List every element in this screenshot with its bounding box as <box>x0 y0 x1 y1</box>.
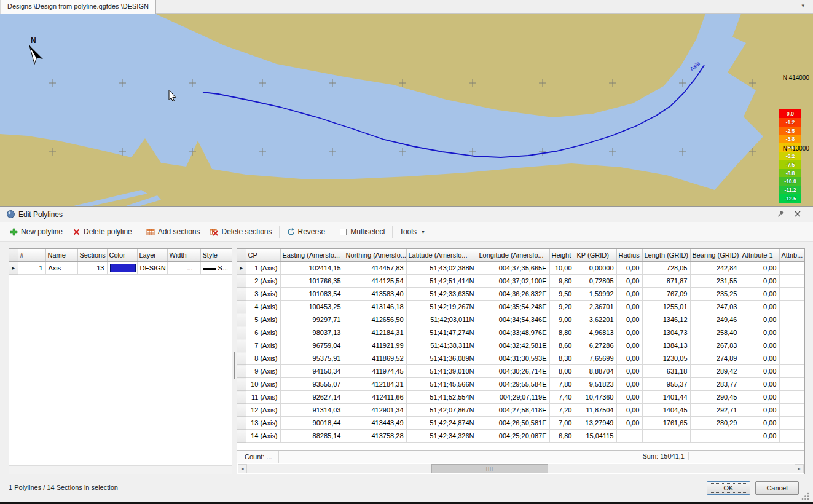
cell[interactable]: 0,00 <box>616 417 642 430</box>
cell[interactable]: 0,00 <box>740 339 779 352</box>
section-row[interactable]: 2 (Axis)101766,35414125,5451;42;51,414N0… <box>237 275 805 288</box>
cell[interactable]: 100453,25 <box>280 301 344 313</box>
dialog-title-bar[interactable]: Edit Polylines <box>0 207 813 222</box>
cell[interactable]: 7,65699 <box>575 352 616 365</box>
cell[interactable] <box>779 430 805 443</box>
cell[interactable]: 8,80 <box>549 326 575 339</box>
cell[interactable]: 3,62201 <box>575 313 616 326</box>
cell[interactable]: 0,00 <box>740 417 779 430</box>
polyline-row[interactable]: ► 1 Axis 13 DESIGN ... S... <box>9 262 232 275</box>
cell[interactable] <box>779 404 805 417</box>
cell[interactable]: 9,51823 <box>575 378 616 391</box>
cell[interactable]: 0,00 <box>740 391 779 404</box>
multiselect-toggle[interactable]: Multiselect <box>334 225 390 238</box>
cell[interactable] <box>779 365 805 378</box>
cell[interactable]: 51;41;39,010N <box>406 365 477 378</box>
cell[interactable] <box>779 378 805 391</box>
cell[interactable]: 94150,34 <box>280 365 344 378</box>
cell[interactable]: 8,88704 <box>575 365 616 378</box>
cell[interactable]: 9,20 <box>549 301 575 313</box>
row-selector[interactable] <box>237 417 246 430</box>
cell[interactable]: 99297,71 <box>280 313 344 326</box>
cell[interactable]: 767,09 <box>642 288 690 301</box>
cell[interactable]: 1304,73 <box>642 326 690 339</box>
color-swatch[interactable] <box>110 264 136 272</box>
cell[interactable]: 51;41;47,274N <box>406 326 477 339</box>
cell[interactable]: 6 (Axis) <box>246 326 280 339</box>
column-header[interactable]: Height <box>549 249 575 262</box>
cell[interactable]: 0,00000 <box>575 262 616 275</box>
add-sections-button[interactable]: Add sections <box>141 225 205 238</box>
row-selector[interactable] <box>237 391 246 404</box>
cell[interactable]: 92627,14 <box>280 391 344 404</box>
resize-grip[interactable] <box>800 490 811 502</box>
column-header[interactable]: Attrib... <box>779 249 805 262</box>
cell[interactable]: 90018,44 <box>280 417 344 430</box>
cell[interactable]: 1384,13 <box>642 339 690 352</box>
column-header[interactable]: Easting (Amersfo... <box>280 249 344 262</box>
cell[interactable]: 7,80 <box>549 378 575 391</box>
column-header[interactable]: Color <box>107 249 137 262</box>
design-document-tab[interactable]: Designs \Design from polyline.qgfdes \DE… <box>0 0 156 14</box>
cell[interactable]: 242,84 <box>690 262 740 275</box>
section-row[interactable]: 14 (Axis)88285,14413758,2851;42;34,326N0… <box>237 430 805 443</box>
cell[interactable]: 51;42;34,326N <box>406 430 477 443</box>
cell[interactable]: 0,00 <box>616 288 642 301</box>
section-row[interactable]: 9 (Axis)94150,34411974,4551;41;39,010N00… <box>237 365 805 378</box>
cell[interactable]: 004;37;02,100E <box>477 275 549 288</box>
cell[interactable] <box>779 339 805 352</box>
cell[interactable]: 004;25;20,087E <box>477 430 549 443</box>
cell[interactable]: 1230,05 <box>642 352 690 365</box>
column-header[interactable]: CP <box>246 249 280 262</box>
row-selector[interactable] <box>237 378 246 391</box>
section-row[interactable]: 7 (Axis)96759,04411921,9951;41;38,311N00… <box>237 339 805 352</box>
cell[interactable]: 0,00 <box>616 275 642 288</box>
close-icon[interactable] <box>792 210 803 219</box>
column-header[interactable]: Style <box>200 249 232 262</box>
cell[interactable]: 0,00 <box>740 404 779 417</box>
section-row[interactable]: 13 (Axis)90018,44413443,4951;42;24,874N0… <box>237 417 805 430</box>
cell[interactable]: 267,83 <box>690 339 740 352</box>
row-selector[interactable] <box>237 301 246 313</box>
cell[interactable]: 249,46 <box>690 313 740 326</box>
cell[interactable]: 2 (Axis) <box>246 275 280 288</box>
cell[interactable]: 0,00 <box>616 339 642 352</box>
section-row[interactable]: 12 (Axis)91314,03412901,3451;42;07,867N0… <box>237 404 805 417</box>
cell[interactable]: 7,00 <box>549 417 575 430</box>
cell[interactable]: 12 (Axis) <box>246 404 280 417</box>
delete-sections-button[interactable]: Delete sections <box>205 225 277 238</box>
cell[interactable]: 1 <box>18 262 45 275</box>
cell[interactable]: 88285,14 <box>280 430 344 443</box>
column-header[interactable]: Radius <box>616 249 642 262</box>
cell[interactable]: 0,00 <box>616 326 642 339</box>
cell[interactable]: 5 (Axis) <box>246 313 280 326</box>
section-row[interactable]: 10 (Axis)93555,07412184,3151;41;45,566N0… <box>237 378 805 391</box>
ok-button[interactable]: OK <box>707 481 750 495</box>
cell[interactable]: 51;43;02,388N <box>406 262 477 275</box>
cell[interactable]: 290,45 <box>690 391 740 404</box>
cell[interactable]: 51;41;38,311N <box>406 339 477 352</box>
polylines-horizontal-scrollbar[interactable] <box>9 465 232 474</box>
section-row[interactable]: 3 (Axis)101083,54413583,4051;42;33,635N0… <box>237 288 805 301</box>
cell[interactable]: 7,20 <box>549 404 575 417</box>
cell[interactable]: 004;30;26,714E <box>477 365 549 378</box>
cell[interactable]: 51;42;19,267N <box>406 301 477 313</box>
cell[interactable]: DESIGN <box>137 262 167 275</box>
cell[interactable]: 258,40 <box>690 326 740 339</box>
cell[interactable]: 10,00 <box>549 262 575 275</box>
map-canvas[interactable]: Axis N <box>0 14 813 206</box>
row-selector[interactable] <box>237 404 246 417</box>
cell[interactable]: 1761,65 <box>642 417 690 430</box>
new-polyline-button[interactable]: New polyline <box>5 225 68 238</box>
cell[interactable]: 274,89 <box>690 352 740 365</box>
cell[interactable]: 7 (Axis) <box>246 339 280 352</box>
cell[interactable]: 13 <box>77 262 107 275</box>
cell[interactable]: 4 (Axis) <box>246 301 280 313</box>
map-view[interactable]: Axis N 0.0-1.2-2.5-3.8-5.0-6.2-7.5-8.8-1… <box>0 14 813 206</box>
cell[interactable]: 413758,28 <box>344 430 406 443</box>
cell[interactable]: 8,30 <box>549 352 575 365</box>
cell[interactable]: 411869,52 <box>344 352 406 365</box>
cell[interactable]: Axis <box>45 262 77 275</box>
cell[interactable]: 0,00 <box>740 430 779 443</box>
column-header[interactable]: KP (GRID) <box>575 249 616 262</box>
